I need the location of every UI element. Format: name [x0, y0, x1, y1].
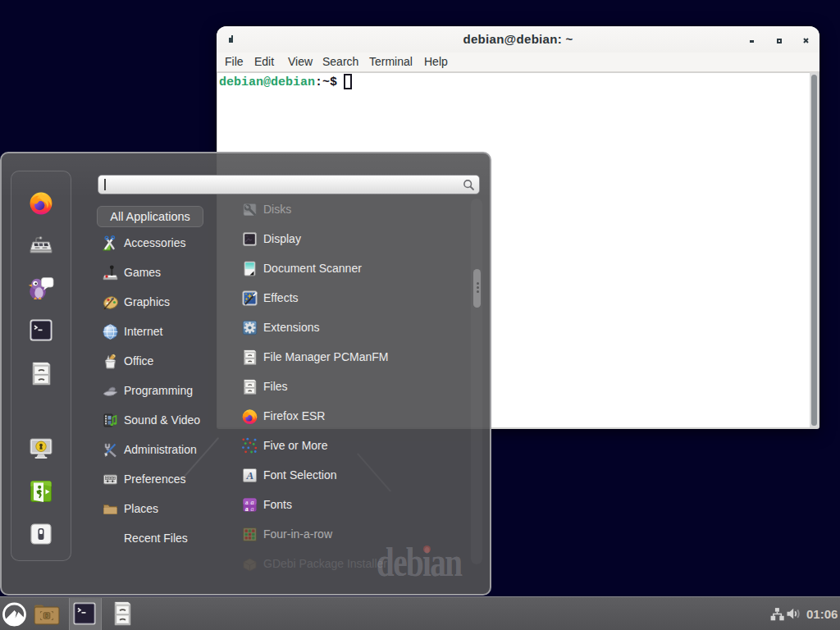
svg-text:A: A	[245, 469, 253, 482]
svg-text:D: D	[45, 614, 48, 619]
svg-text:a: a	[251, 504, 254, 512]
svg-text:a: a	[245, 504, 249, 512]
